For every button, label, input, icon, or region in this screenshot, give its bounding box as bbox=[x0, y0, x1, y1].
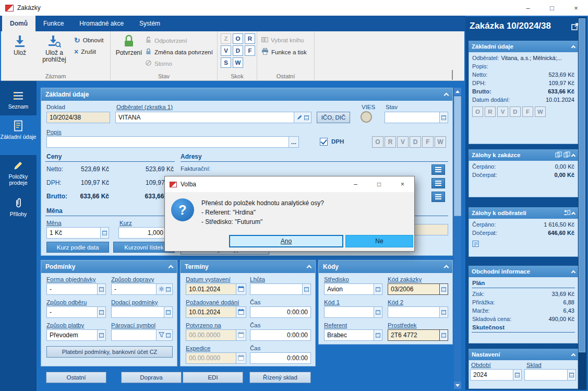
potvrzeno-na-field[interactable]: 00.00.0000 bbox=[186, 329, 246, 341]
sklad-label[interactable]: Sklad bbox=[526, 362, 542, 368]
kod2-label[interactable]: Kód 2 bbox=[388, 299, 403, 305]
dialog-close-button[interactable]: × bbox=[391, 176, 414, 192]
right-scrollbar-thumb[interactable] bbox=[579, 18, 585, 352]
referent-combo[interactable]: Brabec bbox=[324, 329, 382, 341]
stav-combo[interactable] bbox=[385, 112, 448, 123]
kurz-label[interactable]: Kurz bbox=[119, 220, 132, 226]
dropdown-button[interactable] bbox=[439, 306, 448, 318]
address-menu-button-3[interactable] bbox=[431, 192, 445, 202]
collapse-panel-icon[interactable] bbox=[444, 265, 449, 270]
tab-domu[interactable]: Domů bbox=[2, 16, 35, 31]
pozadovane-dodani-field[interactable]: 10.01.2024 bbox=[186, 306, 246, 318]
dropdown-button[interactable] bbox=[302, 283, 311, 295]
popis-field[interactable]: … bbox=[46, 136, 299, 148]
ribbon-collapse-button[interactable] bbox=[452, 71, 453, 80]
rizeny-sklad-button[interactable]: Řízený sklad bbox=[249, 372, 311, 383]
odberatel-combo[interactable]: VITANA bbox=[115, 112, 311, 123]
dropdown-button[interactable] bbox=[374, 329, 382, 341]
dialog-minimize-button[interactable]: – bbox=[344, 176, 367, 192]
zpusob-dopravy-combo[interactable]: - bbox=[111, 283, 173, 295]
dropdown-button[interactable] bbox=[374, 283, 382, 295]
obdobi-label[interactable]: Období bbox=[471, 362, 491, 368]
cas-field-1[interactable]: 0:00:00 bbox=[250, 306, 311, 318]
doklad-field[interactable]: 10/2024/38 bbox=[46, 112, 110, 123]
datum-vystaveni-field[interactable]: 10.01.2024 bbox=[186, 283, 246, 295]
collapse-panel-icon[interactable] bbox=[444, 93, 449, 98]
calendar-button[interactable] bbox=[236, 306, 246, 318]
dropdown-button[interactable] bbox=[97, 306, 106, 318]
person-document-icon[interactable] bbox=[563, 209, 570, 217]
jump-button-F[interactable]: F bbox=[245, 45, 255, 56]
scroll-down-button[interactable] bbox=[454, 382, 461, 389]
jump-button-S[interactable]: S bbox=[221, 57, 231, 68]
kurz-field[interactable]: 1,000 bbox=[118, 227, 166, 239]
no-button[interactable]: Ne bbox=[345, 235, 413, 247]
dropdown-button[interactable] bbox=[439, 329, 448, 341]
cas-field-3[interactable]: 0:00:00 bbox=[250, 352, 311, 364]
dropdown-button[interactable] bbox=[156, 329, 173, 341]
parovaci-symbol-label[interactable]: Párovací symbol bbox=[111, 322, 155, 328]
stredisko-label[interactable]: Středisko bbox=[324, 276, 349, 282]
jump-button-W[interactable]: W bbox=[233, 57, 243, 68]
save-button[interactable]: Ulož bbox=[5, 33, 34, 72]
collapse-section-icon[interactable] bbox=[571, 270, 575, 274]
calendar-button[interactable] bbox=[236, 352, 246, 364]
refresh-button[interactable]: ↻ Obnovit bbox=[74, 37, 103, 44]
datum-vystaveni-label[interactable]: Datum vystavení bbox=[186, 276, 231, 282]
parovaci-symbol-combo[interactable] bbox=[111, 329, 173, 341]
expedice-field[interactable]: 00.00.0000 bbox=[186, 352, 246, 364]
confirm-button[interactable]: Potvrzení bbox=[114, 33, 144, 72]
document-add-icon[interactable] bbox=[563, 151, 570, 159]
lhuta-combo[interactable] bbox=[250, 283, 311, 295]
referent-label[interactable]: Referent bbox=[324, 322, 347, 328]
sidebar-item-polozky-prodeje[interactable]: Položky prodeje bbox=[0, 155, 37, 193]
forma-objednavky-label[interactable]: Forma objednávky bbox=[46, 276, 96, 282]
odberatel-label[interactable]: Odběratel (zkratka 1) bbox=[116, 104, 173, 110]
dodaci-podminky-label[interactable]: Dodací podmínky bbox=[111, 299, 158, 305]
document-copy-icon[interactable] bbox=[555, 151, 562, 159]
kod1-combo[interactable] bbox=[324, 306, 382, 318]
mena-combo[interactable]: 1 Kč bbox=[46, 227, 109, 239]
forma-objednavky-combo[interactable]: - bbox=[46, 283, 106, 295]
obdobi-combo[interactable]: 2024 bbox=[470, 369, 522, 381]
ico-dic-button[interactable]: IČO, DIČ bbox=[317, 112, 350, 123]
ostatni-button[interactable]: Ostatní bbox=[46, 372, 106, 383]
tab-hromadne-akce[interactable]: Hromadné akce bbox=[71, 16, 131, 31]
zpusob-platby-label[interactable]: Způsob platby bbox=[46, 322, 84, 328]
collapse-section-icon[interactable] bbox=[571, 353, 575, 357]
collapse-section-icon[interactable] bbox=[571, 153, 575, 158]
doprava-button[interactable]: Doprava bbox=[121, 372, 182, 383]
zpusob-platby-combo[interactable]: Převodem bbox=[46, 329, 106, 341]
collapse-section-icon[interactable] bbox=[571, 45, 575, 49]
odberatel-dropdown-button[interactable] bbox=[294, 112, 311, 123]
dropdown-button[interactable] bbox=[374, 306, 382, 318]
kod-zakazky-label[interactable]: Kód zakázky bbox=[388, 276, 422, 282]
jump-button-O[interactable]: O bbox=[233, 33, 243, 44]
note-icon[interactable] bbox=[472, 240, 479, 250]
mena-dropdown-button[interactable] bbox=[100, 227, 109, 239]
kod-zakazky-combo[interactable]: 03/2006 bbox=[388, 283, 448, 295]
stav-dropdown-button[interactable] bbox=[439, 112, 448, 123]
zpusob-odberu-combo[interactable]: - bbox=[46, 306, 106, 318]
popout-icon[interactable] bbox=[571, 23, 579, 32]
close-button[interactable]: × bbox=[564, 0, 588, 16]
minimize-button[interactable]: – bbox=[516, 0, 540, 16]
prostredek-combo[interactable]: 2T6 4772 bbox=[388, 329, 448, 341]
sidebar-item-zakladni-udaje[interactable]: Základní údaje bbox=[0, 115, 37, 155]
potvrzeno-na-label[interactable]: Potvrzeno na bbox=[186, 322, 221, 328]
calendar-button[interactable] bbox=[236, 329, 246, 341]
scroll-up-button[interactable] bbox=[454, 88, 461, 95]
cas-field-2[interactable]: 0:00:00 bbox=[250, 329, 311, 341]
address-menu-button-2[interactable] bbox=[431, 178, 445, 188]
kod1-label[interactable]: Kód 1 bbox=[324, 299, 340, 305]
zpusob-dopravy-label[interactable]: Způsob dopravy bbox=[111, 276, 154, 282]
dodaci-podminky-combo[interactable] bbox=[111, 306, 173, 318]
popis-more-button[interactable]: … bbox=[289, 136, 299, 148]
lhuta-label[interactable]: Lhůta bbox=[250, 276, 265, 282]
dropdown-button[interactable] bbox=[164, 306, 173, 318]
zpusob-odberu-label[interactable]: Způsob odběru bbox=[46, 299, 87, 305]
tab-system[interactable]: Systém bbox=[131, 16, 168, 31]
change-confirm-date-button[interactable]: Změna data potvrzení bbox=[145, 48, 213, 56]
expedice-label[interactable]: Expedice bbox=[186, 345, 210, 351]
sidebar-item-seznam[interactable]: Seznam bbox=[0, 85, 37, 115]
